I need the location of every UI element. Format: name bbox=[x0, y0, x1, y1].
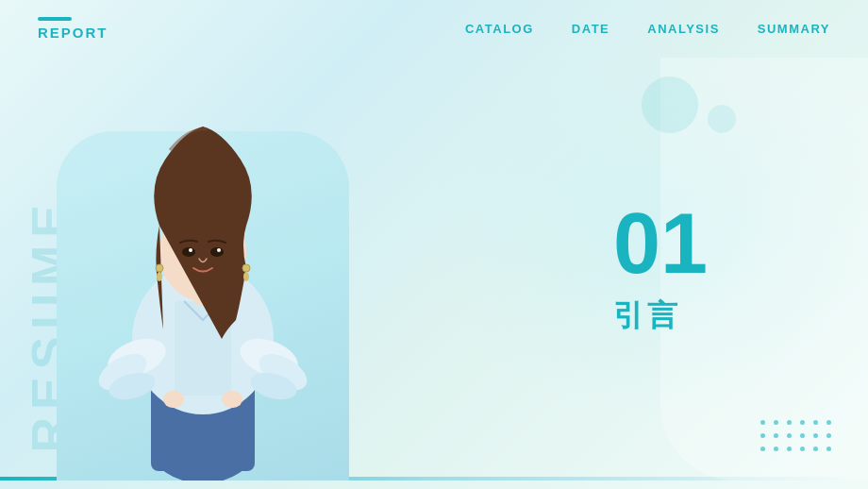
dot bbox=[760, 433, 765, 438]
nav-summary[interactable]: SUMMARY bbox=[758, 22, 830, 36]
header: REPORT CATALOG DATE ANALYSIS SUMMARY bbox=[0, 0, 868, 58]
dot bbox=[826, 420, 831, 425]
dot bbox=[787, 447, 792, 451]
content-block: 01 引言 bbox=[613, 201, 708, 337]
dot bbox=[787, 433, 792, 438]
svg-point-19 bbox=[243, 272, 249, 281]
svg-point-17 bbox=[157, 272, 162, 281]
nav-catalog[interactable]: CATALOG bbox=[465, 22, 534, 36]
person-figure bbox=[80, 112, 326, 481]
brand-title: REPORT bbox=[38, 25, 108, 41]
dot bbox=[813, 433, 818, 438]
svg-point-16 bbox=[156, 264, 163, 272]
slide-number: 01 bbox=[613, 201, 708, 286]
main-content: RESUME bbox=[0, 58, 868, 481]
dot bbox=[774, 447, 778, 451]
dot bbox=[813, 447, 818, 451]
dot bbox=[760, 420, 765, 425]
logo-bar bbox=[38, 17, 72, 21]
svg-point-15 bbox=[217, 248, 221, 252]
svg-point-12 bbox=[182, 247, 195, 257]
svg-rect-21 bbox=[222, 391, 242, 408]
dots-decoration bbox=[760, 420, 834, 454]
svg-point-13 bbox=[210, 247, 224, 257]
dot bbox=[800, 447, 805, 451]
dot bbox=[760, 447, 765, 451]
dot bbox=[813, 420, 818, 425]
left-section: RESUME bbox=[0, 58, 396, 481]
deco-circle-small bbox=[708, 105, 736, 133]
svg-point-18 bbox=[242, 264, 250, 272]
image-card bbox=[57, 131, 349, 481]
dot bbox=[826, 433, 831, 438]
dot bbox=[774, 433, 778, 438]
nav-analysis[interactable]: ANALYSIS bbox=[647, 22, 720, 36]
dot bbox=[800, 433, 805, 438]
svg-rect-20 bbox=[163, 391, 184, 408]
slide-subtitle: 引言 bbox=[613, 295, 681, 337]
svg-point-14 bbox=[189, 248, 192, 252]
logo-area: REPORT bbox=[38, 17, 108, 41]
nav-date[interactable]: DATE bbox=[572, 22, 609, 36]
dot bbox=[800, 420, 805, 425]
dot bbox=[787, 420, 792, 425]
main-nav: CATALOG DATE ANALYSIS SUMMARY bbox=[465, 22, 830, 36]
dot bbox=[826, 447, 831, 451]
dot bbox=[774, 420, 778, 425]
deco-circle-large bbox=[642, 76, 698, 133]
